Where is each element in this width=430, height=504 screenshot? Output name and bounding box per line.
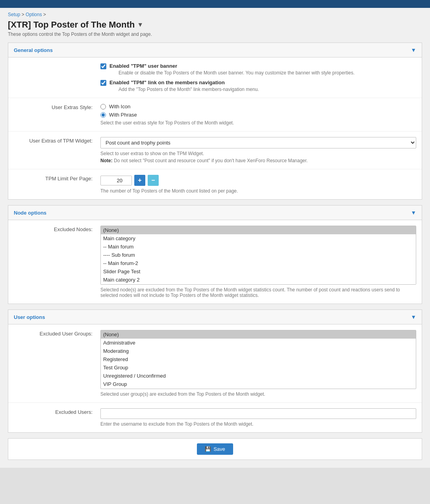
user-extras-widget-label: User Extras of TPM Widget: bbox=[14, 137, 100, 144]
excluded-users-row: Excluded Users: Enter the username to ex… bbox=[8, 403, 422, 432]
radio-with-icon-label: With Icon bbox=[109, 104, 130, 109]
general-checkboxes-label bbox=[14, 63, 100, 64]
save-icon: 💾 bbox=[205, 446, 211, 452]
node-options-header[interactable]: Node options ▼ bbox=[8, 206, 422, 220]
tpm-banner-desc: Enable or disable the Top Posters of the… bbox=[119, 70, 354, 76]
excluded-nodes-listbox[interactable]: (None) Main category -- Main forum ---- … bbox=[100, 226, 416, 285]
tpm-nav-checkbox[interactable] bbox=[100, 80, 106, 86]
excluded-user-groups-content: (None) Administrative Moderating Registe… bbox=[100, 330, 416, 397]
tpm-limit-decrement-button[interactable]: − bbox=[148, 175, 159, 186]
general-options-arrow: ▼ bbox=[411, 47, 416, 53]
general-options-header[interactable]: General options ▼ bbox=[8, 43, 422, 57]
general-options-section: General options ▼ Enabled "TPM" user ban… bbox=[8, 43, 422, 200]
page-subtitle: These options control the Top Posters of… bbox=[8, 32, 422, 37]
user-extras-widget-note: Note: Do not select "Post count and reso… bbox=[100, 158, 416, 163]
excluded-user-groups-listbox[interactable]: (None) Administrative Moderating Registe… bbox=[100, 330, 416, 389]
tpm-banner-checkbox[interactable] bbox=[100, 63, 106, 69]
excluded-users-input[interactable] bbox=[100, 408, 416, 419]
excluded-user-groups-label: Excluded User Groups: bbox=[14, 330, 100, 337]
radio-with-icon-row: With Icon bbox=[100, 104, 416, 109]
user-extras-widget-select[interactable]: Post count and trophy points Post count … bbox=[100, 137, 416, 148]
save-label: Save bbox=[213, 446, 225, 452]
tpm-limit-desc: The number of Top Posters of the Month c… bbox=[100, 188, 416, 194]
page-title: [XTR] Top Poster of The Month ▼ bbox=[8, 20, 422, 30]
title-dropdown-arrow[interactable]: ▼ bbox=[137, 21, 143, 28]
user-options-section: User options ▼ Excluded User Groups: (No… bbox=[8, 309, 422, 433]
general-options-body: Enabled "TPM" user banner Enable or disa… bbox=[8, 57, 422, 199]
tpm-banner-checkbox-row: Enabled "TPM" user banner Enable or disa… bbox=[100, 63, 416, 76]
tpm-limit-row: TPM Limit Per Page: + − The number of To… bbox=[8, 169, 422, 199]
node-options-title: Node options bbox=[14, 210, 46, 216]
tpm-nav-label: Enabled "TPM" link on the members naviga… bbox=[109, 80, 259, 85]
tpm-limit-label: TPM Limit Per Page: bbox=[14, 175, 100, 182]
tpm-banner-label: Enabled "TPM" user banner bbox=[109, 63, 354, 69]
excluded-nodes-row: Excluded Nodes: (None) Main category -- … bbox=[8, 220, 422, 304]
general-checkboxes-content: Enabled "TPM" user banner Enable or disa… bbox=[100, 63, 416, 92]
node-options-body: Excluded Nodes: (None) Main category -- … bbox=[8, 220, 422, 304]
save-button[interactable]: 💾 Save bbox=[197, 443, 233, 455]
page-wrapper: Setup > Options > [XTR] Top Poster of Th… bbox=[0, 8, 430, 468]
radio-with-phrase-label: With Phrase bbox=[109, 112, 137, 118]
user-extras-style-row: User Extras Style: With Icon With Phrase… bbox=[8, 98, 422, 132]
excluded-nodes-content: (None) Main category -- Main forum ---- … bbox=[100, 226, 416, 298]
general-options-title: General options bbox=[14, 47, 53, 53]
user-extras-widget-row: User Extras of TPM Widget: Post count an… bbox=[8, 132, 422, 169]
excluded-user-groups-desc: Selected user group(s) are excluded from… bbox=[100, 391, 416, 397]
tpm-limit-content: + − The number of Top Posters of the Mon… bbox=[100, 175, 416, 194]
node-options-section: Node options ▼ Excluded Nodes: (None) Ma… bbox=[8, 205, 422, 304]
excluded-users-desc: Enter the username to exclude from the T… bbox=[100, 421, 416, 427]
node-options-arrow: ▼ bbox=[411, 209, 416, 216]
breadcrumb-setup[interactable]: Setup bbox=[8, 12, 20, 17]
save-bar: 💾 Save bbox=[8, 438, 422, 460]
tpm-nav-desc: Add the "Top Posters of the Month" link … bbox=[119, 87, 259, 92]
radio-with-phrase[interactable] bbox=[100, 112, 106, 118]
general-checkboxes-row: Enabled "TPM" user banner Enable or disa… bbox=[8, 57, 422, 98]
user-extras-style-desc: Select the user extras style for Top Pos… bbox=[100, 120, 416, 126]
tpm-limit-input[interactable] bbox=[100, 176, 132, 185]
tpm-limit-increment-button[interactable]: + bbox=[134, 175, 145, 186]
excluded-user-groups-row: Excluded User Groups: (None) Administrat… bbox=[8, 324, 422, 403]
user-options-title: User options bbox=[14, 314, 45, 320]
radio-with-phrase-row: With Phrase bbox=[100, 112, 416, 118]
excluded-nodes-label: Excluded Nodes: bbox=[14, 226, 100, 232]
excluded-users-label: Excluded Users: bbox=[14, 408, 100, 415]
user-options-body: Excluded User Groups: (None) Administrat… bbox=[8, 324, 422, 432]
user-extras-widget-content: Post count and trophy points Post count … bbox=[100, 137, 416, 163]
breadcrumb: Setup > Options > bbox=[8, 12, 422, 17]
tpm-nav-checkbox-row: Enabled "TPM" link on the members naviga… bbox=[100, 80, 416, 92]
top-bar bbox=[0, 0, 430, 8]
radio-with-icon[interactable] bbox=[100, 104, 106, 109]
user-extras-style-content: With Icon With Phrase Select the user ex… bbox=[100, 104, 416, 126]
excluded-nodes-desc: Selected node(s) are excluded from the T… bbox=[100, 287, 416, 298]
user-options-arrow: ▼ bbox=[411, 314, 416, 320]
user-options-header[interactable]: User options ▼ bbox=[8, 310, 422, 324]
breadcrumb-options[interactable]: Options bbox=[26, 12, 42, 17]
tpm-limit-input-group: + − bbox=[100, 175, 416, 186]
user-extras-widget-desc: Select to user extras to show on the TPM… bbox=[100, 151, 416, 156]
excluded-users-content: Enter the username to exclude from the T… bbox=[100, 408, 416, 427]
user-extras-style-label: User Extras Style: bbox=[14, 104, 100, 110]
